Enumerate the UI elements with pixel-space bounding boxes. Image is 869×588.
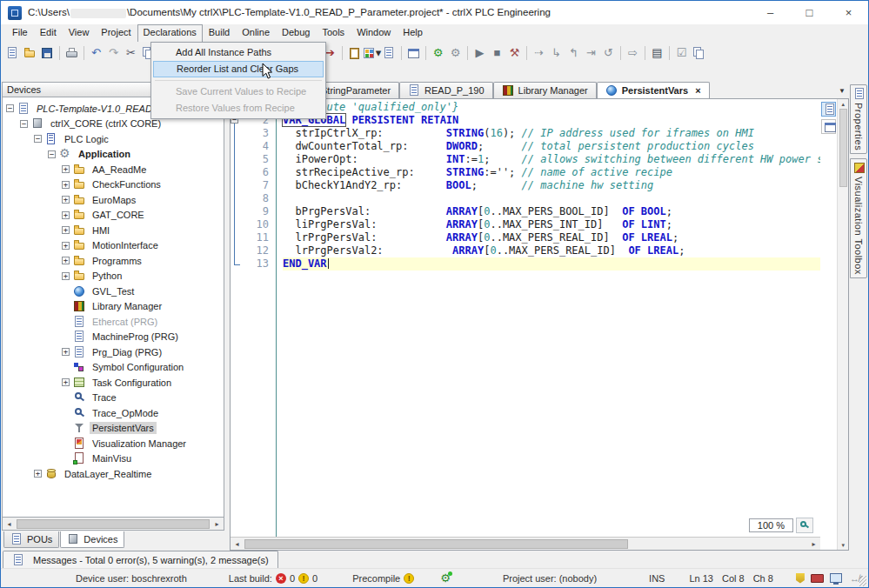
expander-icon[interactable]: + xyxy=(62,272,70,280)
tree-item-plc-logic[interactable]: −PLC Logic xyxy=(3,131,224,147)
expander-icon[interactable]: − xyxy=(34,135,42,143)
toolbar-reset-button[interactable]: ↺ xyxy=(600,44,617,61)
line-number[interactable]: 12 xyxy=(241,244,274,257)
menu-debug[interactable]: Debug xyxy=(276,24,316,42)
expander-icon[interactable]: + xyxy=(62,196,70,204)
toolbar-print-button[interactable] xyxy=(64,44,80,61)
tree-item-task-configuration[interactable]: +Task Configuration xyxy=(3,375,224,391)
expander-icon[interactable]: + xyxy=(62,226,70,234)
code-line-6[interactable]: 6 strRecipeActive_rp: STRING:=''; // nam… xyxy=(231,166,820,179)
toolbar-undo-button[interactable]: ↶ xyxy=(88,44,104,61)
tree-item-motioninterface[interactable]: +MotionInterface xyxy=(3,238,224,254)
panel-tab-devices[interactable]: Devices xyxy=(60,531,124,548)
menu-window[interactable]: Window xyxy=(351,24,397,42)
menu-edit[interactable]: Edit xyxy=(34,24,63,42)
scrollbar-thumb[interactable] xyxy=(17,519,210,529)
messages-panel-tab[interactable]: Messages - Total 0 error(s), 5 warning(s… xyxy=(3,551,278,568)
scrollbar-thumb[interactable] xyxy=(839,109,847,187)
expander-icon[interactable]: − xyxy=(6,104,14,112)
tree-item-euromaps[interactable]: +EuroMaps xyxy=(3,192,224,208)
line-number[interactable]: 13 xyxy=(241,257,274,271)
expander-icon[interactable]: − xyxy=(20,120,28,128)
zoom-level[interactable]: 100 % xyxy=(749,518,793,532)
scrollbar-thumb[interactable] xyxy=(244,539,628,549)
line-number[interactable]: 10 xyxy=(241,218,274,231)
line-number[interactable]: 3 xyxy=(241,127,274,140)
code-line-9[interactable]: 9 bPrgPersVal: ARRAY[0..MAX_PERS_BOOL_ID… xyxy=(231,205,820,218)
scroll-right-icon[interactable]: ▸ xyxy=(807,538,820,550)
online-status-icon[interactable]: ⚙ xyxy=(440,571,451,585)
tree-item-visualization-manager[interactable]: Visualization Manager xyxy=(3,436,224,451)
toolbar-goto-button[interactable]: ⇨ xyxy=(625,44,641,61)
minimize-button[interactable]: – xyxy=(751,1,790,24)
expander-icon[interactable]: + xyxy=(62,257,70,264)
code-line-11[interactable]: 11 lrPrgPersVal: ARRAY[0..MAX_PERS_REAL_… xyxy=(231,231,820,244)
expander-icon[interactable]: + xyxy=(62,348,70,356)
code-line-10[interactable]: 10 liPrgPersVal: ARRAY[0..MAX_PERS_INT_I… xyxy=(231,218,820,231)
toolbar-paste-button[interactable] xyxy=(346,44,363,61)
scroll-up-icon[interactable]: ▴ xyxy=(839,99,848,109)
code-line-3[interactable]: 3 strIpCtrlX_rp: STRING(16); // IP addre… xyxy=(231,127,820,140)
toolbar-step-into-button[interactable]: ↳ xyxy=(548,44,565,61)
toolbar-redo-button[interactable]: ↷ xyxy=(105,44,122,61)
expander-icon[interactable]: − xyxy=(48,150,56,158)
tab-visualization-toolbox[interactable]: Visualization Toolbox xyxy=(850,158,867,278)
toolbar-build-tools-button[interactable]: ⚒ xyxy=(506,44,523,61)
code-editor[interactable]: − 1{attribute 'qualified_only'}2VAR_GLOB… xyxy=(231,99,820,537)
tab-persistentvars[interactable]: PersistentVars× xyxy=(597,82,710,98)
code-line-4[interactable]: 4 dwCounterTotal_rp: DWORD; // total per… xyxy=(231,140,820,153)
toolbar-step-over-button[interactable]: ⇢ xyxy=(531,44,547,61)
code-line-5[interactable]: 5 iPowerOpt: INT:=1; // allows switching… xyxy=(231,153,820,166)
tree-item-gvl-test[interactable]: GVL_Test xyxy=(3,284,224,299)
tab-read-p-190[interactable]: READ_P_190 xyxy=(399,82,493,98)
toolbar-breakpoints-button[interactable]: ▤ xyxy=(649,44,665,61)
line-number[interactable]: 5 xyxy=(241,153,274,166)
line-number[interactable]: 11 xyxy=(241,231,274,244)
toolbar-login-button[interactable]: ⚙ xyxy=(430,44,446,61)
tree-item-ethercat-prg[interactable]: Ethercat (PRG) xyxy=(3,314,224,330)
toolbar-compare-button[interactable] xyxy=(691,44,707,61)
menu-project[interactable]: Project xyxy=(95,24,137,42)
code-line-7[interactable]: 7 bCheckY1AndY2_rp: BOOL; // machine hw … xyxy=(231,179,820,192)
panel-tab-pous[interactable]: POUs xyxy=(3,531,59,548)
toolbar-new-page-button[interactable] xyxy=(381,44,398,61)
zoom-magnifier-icon[interactable] xyxy=(796,518,813,533)
code-line-8[interactable]: 8 xyxy=(231,192,820,205)
tab-library-manager[interactable]: Library Manager xyxy=(493,82,597,98)
expander-icon[interactable]: + xyxy=(62,211,70,219)
tree-item-datalayer-realtime[interactable]: +DataLayer_Realtime xyxy=(3,466,224,482)
scroll-down-icon[interactable]: ▾ xyxy=(839,540,848,550)
tree-item-trace[interactable]: Trace xyxy=(3,391,224,406)
toolbar-flow-control-button[interactable]: ☑ xyxy=(673,44,690,61)
line-number[interactable]: 7 xyxy=(241,179,274,192)
tree-item-checkfunctions[interactable]: +CheckFunctions xyxy=(3,177,224,193)
menu-file[interactable]: File xyxy=(6,24,34,42)
toolbar-stop-button[interactable]: ■ xyxy=(489,44,505,61)
maximize-button[interactable]: □ xyxy=(790,1,829,24)
toolbar-start-button[interactable]: ▶ xyxy=(471,44,488,61)
toolbar-save-button[interactable] xyxy=(39,44,56,61)
toolbar-new-object-button[interactable]: ▾ xyxy=(364,44,380,61)
line-number[interactable]: 6 xyxy=(241,166,274,179)
line-number[interactable]: 8 xyxy=(241,192,274,205)
line-number[interactable]: 9 xyxy=(241,205,274,218)
close-button[interactable]: × xyxy=(829,1,868,24)
toolbar-new-file-button[interactable] xyxy=(4,44,21,61)
tree-item-machineprog-prg[interactable]: MachineProg (PRG) xyxy=(3,330,224,345)
tree-item-mainvisu[interactable]: MainVisu xyxy=(3,451,224,467)
resize-grip[interactable] xyxy=(859,576,866,586)
close-tab-icon[interactable]: × xyxy=(695,85,700,96)
editor-vscrollbar[interactable]: ▴ ▾ xyxy=(837,99,848,550)
expander-icon[interactable]: + xyxy=(62,181,70,189)
tab-list-dropdown-icon[interactable]: ▼ xyxy=(835,87,849,95)
menu-online[interactable]: Online xyxy=(236,24,276,42)
expander-icon[interactable]: + xyxy=(62,378,70,386)
toolbar-step-out-button[interactable]: ↰ xyxy=(565,44,582,61)
menu-tools[interactable]: Tools xyxy=(316,24,351,42)
tree-item-library-manager[interactable]: Library Manager xyxy=(3,299,224,315)
menu-item-reorder-list-and-clear-gaps[interactable]: Reorder List and Clear Gaps xyxy=(153,61,324,77)
menu-build[interactable]: Build xyxy=(203,24,236,42)
declaration-view-button[interactable] xyxy=(821,102,836,117)
scroll-left-icon[interactable]: ◂ xyxy=(231,538,244,550)
tree-item-prg-diag-prg[interactable]: +Prg_Diag (PRG) xyxy=(3,344,224,360)
